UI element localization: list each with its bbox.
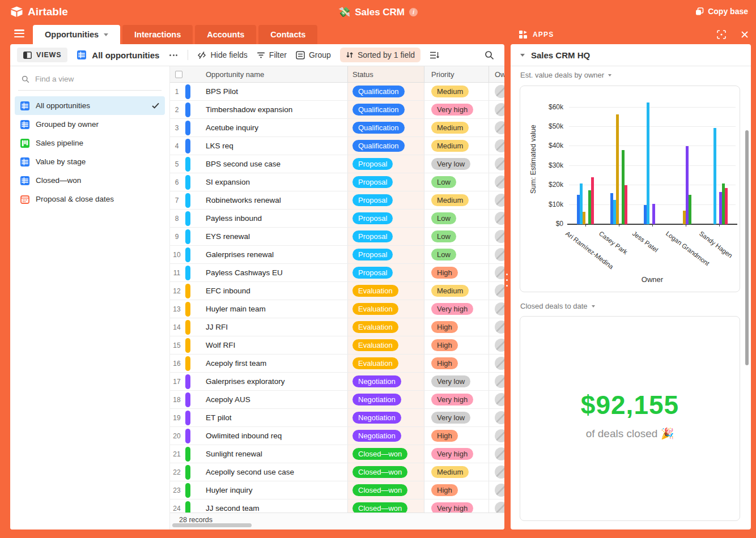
view-item-label: Proposal & close dates	[36, 195, 114, 203]
table-row[interactable]: 24JJ second teamClosed—wonVery high	[170, 499, 504, 513]
row-height-button[interactable]	[430, 51, 439, 59]
bar-red[interactable]	[725, 188, 728, 224]
collapse-app-icon[interactable]	[520, 54, 525, 57]
priority-cell: Medium	[424, 191, 489, 209]
priority-chip: Very high	[431, 104, 473, 116]
table-row[interactable]: 4LKS reqQualificationMedium	[170, 137, 504, 155]
header-owner[interactable]: Owner	[489, 66, 504, 82]
status-cell: Negotiation	[347, 427, 424, 445]
status-chip: Closed—won	[352, 484, 407, 496]
table-row[interactable]: 21Sunlight renewalClosed—wonVery high	[170, 445, 504, 463]
view-more-icon[interactable]	[168, 52, 179, 58]
sidebar-item-all-opportunities[interactable]: All opportunities	[15, 96, 165, 115]
header-status[interactable]: Status	[347, 66, 424, 82]
app-title-row[interactable]: Sales CRM HQ	[511, 44, 751, 66]
sidebar-item-value-by-stage[interactable]: Value by stage	[15, 152, 165, 171]
name-cell: 17Galerprises exploratory	[170, 373, 347, 390]
hamburger-menu-icon[interactable]	[14, 29, 24, 37]
table-row[interactable]: 6SI expansionProposalLow	[170, 173, 504, 191]
priority-cell: Very high	[424, 499, 489, 513]
row-number: 16	[170, 360, 184, 368]
table-row[interactable]: 12EFC inboundEvaluationMedium	[170, 282, 504, 300]
table-row[interactable]: 14JJ RFIEvaluationHigh	[170, 318, 504, 336]
priority-chip: Medium	[431, 122, 469, 134]
x-axis-title: Owner	[569, 275, 736, 284]
view-toolbar: VIEWS All opportunities	[10, 44, 504, 66]
group-button[interactable]: Group	[296, 50, 331, 59]
sidebar-item-grouped-by-owner[interactable]: Grouped by owner	[15, 115, 165, 134]
table-row[interactable]: 15Wolf RFIEvaluationHigh	[170, 336, 504, 355]
current-view-name[interactable]: All opportunities	[77, 50, 159, 60]
owner-cell	[489, 391, 504, 408]
status-color-pill	[185, 284, 190, 298]
table-row[interactable]: 20Owlimited inbound reqNegotiationHigh	[170, 427, 504, 445]
tab-opportunities[interactable]: Opportunities	[33, 25, 120, 44]
find-view-input[interactable]	[35, 75, 148, 83]
table-row[interactable]: 8Payless inboundProposalLow	[170, 210, 504, 228]
bar-red[interactable]	[625, 185, 627, 224]
search-icon[interactable]	[485, 50, 494, 60]
table-row[interactable]: 19ET pilotNegotiationVery low	[170, 409, 504, 427]
info-icon[interactable]: i	[409, 8, 418, 16]
data-grid: Opportunity name Status Priority Owner 1…	[170, 66, 504, 530]
priority-cell: Medium	[424, 119, 489, 136]
owner-cell	[489, 373, 504, 390]
filter-button[interactable]: Filter	[257, 50, 287, 59]
chevron-down-icon[interactable]	[104, 33, 108, 36]
sidebar-item-closed-won[interactable]: Closed—won	[15, 171, 165, 190]
close-panel-icon[interactable]	[741, 31, 748, 38]
expand-panel-icon[interactable]	[717, 30, 726, 39]
copy-base-button[interactable]: Copy base	[695, 7, 748, 16]
grid-view-icon	[77, 50, 87, 59]
status-color-pill	[185, 392, 190, 407]
panel-scrollbar[interactable]	[745, 130, 749, 365]
name-cell: 1BPS Pilot	[170, 83, 347, 100]
metric-section-label[interactable]: Closed deals to date	[520, 302, 595, 310]
views-toggle-button[interactable]: VIEWS	[17, 48, 67, 62]
sort-button[interactable]: Sorted by 1 field	[340, 48, 421, 62]
table-row[interactable]: 18Acepoly AUSNegotiationVery high	[170, 391, 504, 409]
current-view-label: All opportunities	[92, 50, 159, 60]
header-opportunity-name[interactable]: Opportunity name	[170, 66, 347, 82]
table-row[interactable]: 5BPS second use caseProposalVery low	[170, 155, 504, 173]
sidebar-item-sales-pipeline[interactable]: Sales pipeline	[15, 134, 165, 152]
priority-cell: Medium	[424, 137, 489, 155]
priority-cell: Medium	[424, 463, 489, 481]
calendar-view-icon	[20, 195, 29, 204]
table-row[interactable]: 3Acetube inquiryQualificationMedium	[170, 119, 504, 137]
horizontal-scrollbar[interactable]	[172, 523, 252, 527]
name-cell: 21Sunlight renewal	[170, 445, 347, 463]
status-chip: Negotiation	[352, 375, 401, 387]
owner-cell	[489, 264, 504, 281]
table-row[interactable]: 23Huyler inquiryClosed—wonHigh	[170, 481, 504, 499]
bar-red[interactable]	[591, 177, 594, 224]
table-row[interactable]: 17Galerprises exploratoryNegotiationVery…	[170, 373, 504, 391]
priority-chip: Very low	[431, 375, 470, 387]
table-row[interactable]: 22Acepolly second use caseClosed—wonMedi…	[170, 463, 504, 481]
tab-accounts[interactable]: Accounts	[195, 25, 256, 44]
owner-cell	[489, 463, 504, 481]
priority-cell: Very low	[424, 155, 489, 173]
tab-contacts[interactable]: Contacts	[258, 25, 317, 44]
table-row[interactable]: 11Payless Cashways EUProposalHigh	[170, 264, 504, 282]
table-row[interactable]: 16Acepoly first teamEvaluationHigh	[170, 355, 504, 373]
select-all-checkbox[interactable]	[175, 71, 182, 78]
tab-interactions[interactable]: Interactions	[122, 25, 193, 44]
chart-section-label[interactable]: Est. value deals by owner	[520, 71, 611, 79]
header-priority[interactable]: Priority	[424, 66, 489, 82]
status-cell: Qualification	[347, 137, 424, 155]
opportunity-name: Payless inbound	[206, 214, 262, 223]
name-cell: 15Wolf RFI	[170, 336, 347, 354]
table-row[interactable]: 10Galerprises renewalProposalLow	[170, 246, 504, 264]
table-row[interactable]: 2Timbershadow expansionQualificationVery…	[170, 101, 504, 119]
table-row[interactable]: 7Robinetworks renewalProposalMedium	[170, 191, 504, 210]
panel-resize-handle[interactable]	[506, 274, 508, 287]
hide-fields-button[interactable]: Hide fields	[197, 50, 247, 59]
sidebar-item-proposal-close-dates[interactable]: Proposal & close dates	[15, 190, 165, 208]
table-row[interactable]: 9EYS renewalProposalLow	[170, 228, 504, 246]
priority-cell: High	[424, 264, 489, 281]
table-row[interactable]: 1BPS PilotQualificationMedium	[170, 83, 504, 101]
table-row[interactable]: 13Huyler main teamEvaluationVery high	[170, 300, 504, 318]
status-cell: Evaluation	[347, 336, 424, 354]
status-chip: Proposal	[352, 158, 393, 170]
